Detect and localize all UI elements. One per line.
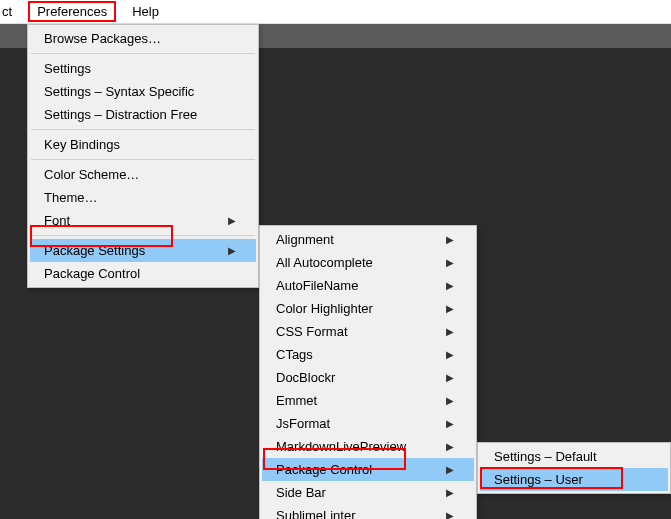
preferences-menu: Browse Packages… Settings Settings – Syn… bbox=[27, 24, 259, 288]
chevron-right-icon: ▶ bbox=[446, 326, 454, 337]
submenu-markdown-preview[interactable]: MarkdownLivePreview▶ bbox=[262, 435, 474, 458]
chevron-right-icon: ▶ bbox=[446, 280, 454, 291]
menubar: ct Preferences Help bbox=[0, 0, 671, 24]
submenu-alignment[interactable]: Alignment▶ bbox=[262, 228, 474, 251]
submenu-color-highlighter[interactable]: Color Highlighter▶ bbox=[262, 297, 474, 320]
submenu-package-control[interactable]: Package Control▶ bbox=[262, 458, 474, 481]
chevron-right-icon: ▶ bbox=[228, 245, 236, 256]
preferences-highlight: Preferences bbox=[28, 1, 116, 22]
submenu-sublimelinter[interactable]: SublimeLinter▶ bbox=[262, 504, 474, 519]
submenu-docblockr[interactable]: DocBlockr▶ bbox=[262, 366, 474, 389]
chevron-right-icon: ▶ bbox=[446, 234, 454, 245]
menubar-item-partial[interactable]: ct bbox=[0, 1, 21, 22]
menubar-item-preferences[interactable]: Preferences bbox=[21, 1, 123, 22]
chevron-right-icon: ▶ bbox=[446, 257, 454, 268]
menu-separator bbox=[31, 129, 255, 130]
chevron-right-icon: ▶ bbox=[228, 215, 236, 226]
chevron-right-icon: ▶ bbox=[446, 464, 454, 475]
submenu-settings-default[interactable]: Settings – Default bbox=[480, 445, 668, 468]
chevron-right-icon: ▶ bbox=[446, 487, 454, 498]
package-settings-submenu: Alignment▶ All Autocomplete▶ AutoFileNam… bbox=[259, 225, 477, 519]
chevron-right-icon: ▶ bbox=[446, 395, 454, 406]
menu-theme[interactable]: Theme… bbox=[30, 186, 256, 209]
menu-package-control[interactable]: Package Control bbox=[30, 262, 256, 285]
chevron-right-icon: ▶ bbox=[446, 372, 454, 383]
chevron-right-icon: ▶ bbox=[446, 418, 454, 429]
menu-package-settings[interactable]: Package Settings▶ bbox=[30, 239, 256, 262]
menu-key-bindings[interactable]: Key Bindings bbox=[30, 133, 256, 156]
menu-separator bbox=[31, 235, 255, 236]
chevron-right-icon: ▶ bbox=[446, 303, 454, 314]
menu-separator bbox=[31, 53, 255, 54]
submenu-emmet[interactable]: Emmet▶ bbox=[262, 389, 474, 412]
chevron-right-icon: ▶ bbox=[446, 349, 454, 360]
menu-color-scheme[interactable]: Color Scheme… bbox=[30, 163, 256, 186]
submenu-all-autocomplete[interactable]: All Autocomplete▶ bbox=[262, 251, 474, 274]
chevron-right-icon: ▶ bbox=[446, 510, 454, 519]
menubar-item-help[interactable]: Help bbox=[123, 1, 168, 22]
menu-settings-distraction[interactable]: Settings – Distraction Free bbox=[30, 103, 256, 126]
menu-browse-packages[interactable]: Browse Packages… bbox=[30, 27, 256, 50]
submenu-css-format[interactable]: CSS Format▶ bbox=[262, 320, 474, 343]
chevron-right-icon: ▶ bbox=[446, 441, 454, 452]
submenu-settings-user[interactable]: Settings – User bbox=[480, 468, 668, 491]
menu-settings-syntax[interactable]: Settings – Syntax Specific bbox=[30, 80, 256, 103]
package-control-submenu: Settings – Default Settings – User bbox=[477, 442, 671, 494]
menu-settings[interactable]: Settings bbox=[30, 57, 256, 80]
submenu-autofilename[interactable]: AutoFileName▶ bbox=[262, 274, 474, 297]
menu-font[interactable]: Font▶ bbox=[30, 209, 256, 232]
submenu-ctags[interactable]: CTags▶ bbox=[262, 343, 474, 366]
menu-separator bbox=[31, 159, 255, 160]
submenu-jsformat[interactable]: JsFormat▶ bbox=[262, 412, 474, 435]
submenu-side-bar[interactable]: Side Bar▶ bbox=[262, 481, 474, 504]
